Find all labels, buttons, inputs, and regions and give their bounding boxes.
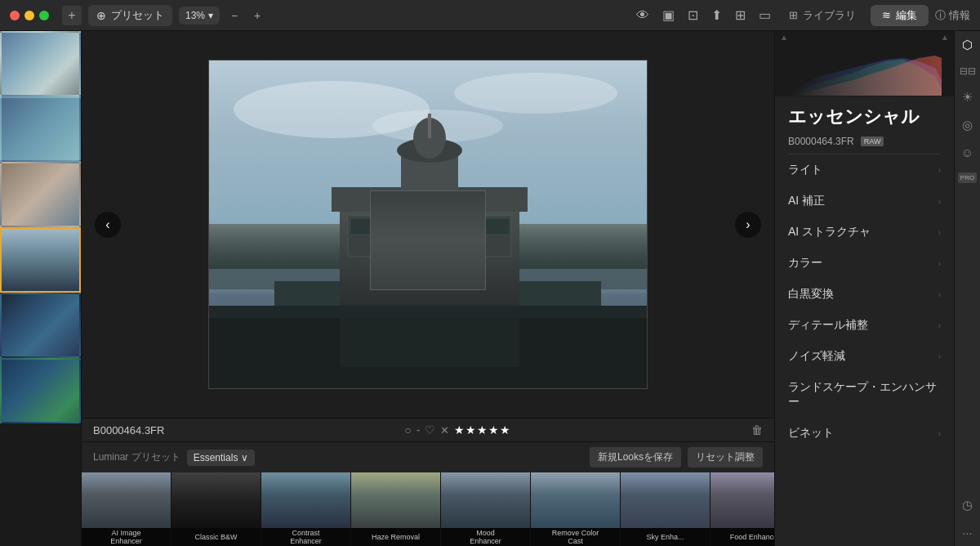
chevron-icon: ›: [938, 290, 941, 299]
panel-item-landscape[interactable]: ランドスケープ・エンハンサー: [775, 372, 954, 418]
compare-icon[interactable]: ▣: [662, 7, 675, 23]
rating-area: ○ - ♡ ✕ ★★★★★: [404, 423, 511, 436]
chevron-icon: ›: [938, 166, 941, 175]
svg-rect-17: [209, 306, 648, 318]
chevron-icon: ›: [938, 259, 941, 268]
histogram-chart: [788, 43, 942, 96]
chevron-icon: ›: [938, 321, 941, 330]
raw-badge: RAW: [861, 136, 884, 146]
reject-icon[interactable]: ✕: [440, 424, 449, 436]
hist-right-arrow[interactable]: ▲: [941, 33, 949, 42]
chevron-down-icon: ∨: [241, 452, 248, 463]
panel-item-bw[interactable]: 白黒変換 ›: [775, 279, 954, 310]
hist-left-arrow[interactable]: ▲: [780, 33, 788, 42]
preset-thumbnails: AI ImageEnhancer Classic B&W ContrastEnh…: [82, 472, 774, 546]
file-id-row: B0000464.3FR RAW: [775, 134, 954, 154]
filmstrip-thumb-2[interactable]: [0, 96, 81, 162]
panel-item-noise[interactable]: ノイズ軽減 ›: [775, 341, 954, 372]
more-icon[interactable]: ···: [962, 526, 973, 539]
preset-thumb-sky-enhancer[interactable]: Sky Enha...: [621, 472, 710, 546]
main-layout: ‹: [0, 31, 980, 546]
info-button[interactable]: ⓘ 情報: [935, 8, 970, 23]
canvas-area: ‹: [82, 31, 774, 418]
dash-rating-icon[interactable]: -: [416, 423, 421, 436]
filmstrip-thumb-5[interactable]: [0, 293, 81, 358]
preset-thumb-food-enhancer[interactable]: Food Enhancer: [710, 472, 774, 546]
preset-thumb-label-2: Classic B&W: [172, 528, 261, 546]
chevron-icon: ›: [938, 429, 941, 438]
delete-icon[interactable]: 🗑: [751, 423, 763, 436]
panel-file-id: B0000464.3FR: [788, 136, 854, 147]
panel-item-label-landscape: ランドスケープ・エンハンサー: [788, 380, 941, 410]
add-tab-button[interactable]: +: [62, 6, 82, 25]
preset-thumb-mood-enhancer[interactable]: MoodEnhancer: [441, 472, 531, 546]
nav-prev-button[interactable]: ‹: [95, 212, 121, 238]
panel-item-vignette[interactable]: ビネット ›: [775, 418, 954, 449]
svg-rect-12: [332, 187, 528, 212]
minimize-button[interactable]: [24, 11, 34, 20]
traffic-lights: [10, 11, 49, 20]
preset-thumb-label-3: ContrastEnhancer: [261, 528, 350, 546]
preset-thumb-label-8: Food Enhancer: [710, 528, 774, 546]
filmstrip-thumb-6[interactable]: [0, 358, 81, 423]
star-rating[interactable]: ★★★★★: [454, 423, 511, 436]
preset-thumb-haze-removal[interactable]: Haze Removal: [351, 472, 441, 546]
preset-thumb-remove-color-cast[interactable]: Remove ColorCast: [531, 472, 621, 546]
panel-item-color[interactable]: カラー ›: [775, 248, 954, 279]
sliders-icon[interactable]: ⊟⊟: [960, 65, 976, 77]
pro-badge[interactable]: PRO: [958, 172, 977, 183]
svg-rect-23: [481, 218, 510, 235]
svg-rect-19: [340, 318, 519, 367]
sun-icon[interactable]: ☀: [962, 90, 973, 105]
crop-icon[interactable]: ⊡: [688, 7, 698, 23]
tab-library[interactable]: ⊞ ライブラリ: [777, 5, 867, 26]
layers-icon[interactable]: ⬡: [962, 38, 973, 52]
fullscreen-button[interactable]: [39, 11, 49, 20]
preset-thumb-ai-image-enhancer[interactable]: AI ImageEnhancer: [82, 472, 172, 546]
bottom-bar: B0000464.3FR ○ - ♡ ✕ ★★★★★ 🗑 Luminar プリセ…: [82, 418, 774, 472]
filmstrip-thumb-3[interactable]: [0, 162, 81, 227]
grid-icon[interactable]: ⊞: [735, 7, 746, 23]
panel-item-light[interactable]: ライト ›: [775, 154, 954, 186]
preset-thumb-contrast-enhancer[interactable]: ContrastEnhancer: [261, 472, 351, 546]
nav-next-button[interactable]: ›: [735, 212, 761, 238]
filmstrip-thumb-4[interactable]: [0, 227, 81, 293]
preset-thumb-label-1: AI ImageEnhancer: [82, 528, 171, 546]
reset-adjustments-button[interactable]: リセット調整: [688, 447, 763, 468]
svg-rect-21: [391, 218, 428, 235]
face-icon[interactable]: ☺: [961, 145, 973, 159]
essentials-dropdown[interactable]: Essentials ∨: [187, 450, 256, 466]
export-icon[interactable]: ⬆: [711, 7, 722, 23]
panel-item-ai-structure[interactable]: AI ストラクチャ ›: [775, 217, 954, 248]
dropdown-label: Essentials: [194, 452, 238, 463]
svg-rect-10: [438, 216, 470, 257]
zoom-minus-button[interactable]: −: [226, 7, 243, 24]
panel-item-detail[interactable]: ディテール補整 ›: [775, 310, 954, 341]
titlebar-tools: 👁 ▣ ⊡ ⬆ ⊞ ▭: [636, 7, 771, 23]
panel-item-label-light: ライト: [788, 163, 938, 177]
titlebar: + ⊕ プリセット 13% ▾ − + 👁 ▣ ⊡ ⬆ ⊞ ▭ ⊞ ライブラリ …: [0, 0, 980, 31]
zoom-plus-button[interactable]: +: [249, 7, 265, 24]
tab-edit[interactable]: ≋ 編集: [871, 5, 929, 26]
zoom-control[interactable]: 13% ▾: [179, 7, 220, 25]
info-row: B0000464.3FR ○ - ♡ ✕ ★★★★★ 🗑: [82, 418, 774, 442]
close-button[interactable]: [10, 11, 20, 20]
filmstrip: [0, 31, 82, 546]
preset-bar-label: Luminar プリセット: [93, 450, 180, 464]
preset-button[interactable]: ⊕ プリセット: [88, 5, 172, 26]
view-icon[interactable]: ▭: [759, 7, 771, 23]
heart-icon[interactable]: ♡: [425, 423, 435, 436]
library-icon: ⊞: [789, 9, 798, 21]
panel-item-ai-correction[interactable]: AI 補正 ›: [775, 186, 954, 217]
chevron-down-icon: ▾: [208, 10, 213, 21]
filmstrip-thumb-1[interactable]: [0, 31, 81, 96]
palette-icon[interactable]: ◎: [962, 118, 973, 132]
eye-icon[interactable]: 👁: [636, 8, 649, 23]
save-looks-button[interactable]: 新規Looksを保存: [590, 447, 681, 468]
circle-rating-icon[interactable]: ○: [404, 423, 411, 436]
preset-thumb-classic-bw[interactable]: Classic B&W: [172, 472, 261, 546]
preset-thumb-label-6: Remove ColorCast: [531, 528, 620, 546]
preset-actions: 新規Looksを保存 リセット調整: [590, 447, 763, 468]
svg-rect-20: [350, 218, 379, 235]
clock-icon[interactable]: ◷: [962, 498, 973, 512]
